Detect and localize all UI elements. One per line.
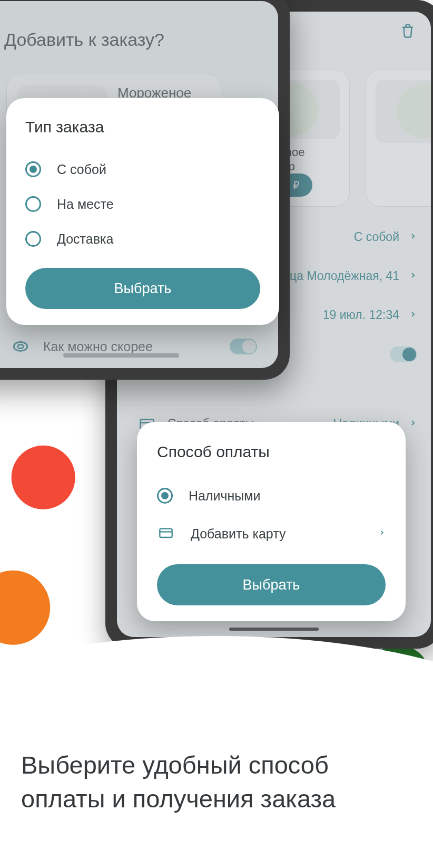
- order-type-value: С собой: [354, 230, 399, 244]
- chevron-right-icon: [409, 271, 417, 282]
- order-type-option-dinein[interactable]: На месте: [25, 187, 260, 221]
- card-icon: [157, 526, 175, 541]
- radio-selected-icon: [157, 488, 173, 504]
- product-card[interactable]: [366, 70, 431, 207]
- chevron-right-icon: [409, 232, 417, 243]
- payment-method-dialog: Способ оплаты Наличными Добавить карту В…: [137, 422, 406, 621]
- option-label: Доставка: [57, 232, 113, 247]
- chevron-right-icon: [409, 419, 417, 429]
- select-button[interactable]: Выбрать: [157, 564, 386, 605]
- home-indicator: [229, 628, 319, 631]
- trash-icon: [400, 23, 416, 41]
- payment-option-cash[interactable]: Наличными: [157, 477, 386, 515]
- order-type-dialog: Тип заказа С собой На месте Доставка Выб…: [6, 98, 279, 325]
- option-label: Наличными: [189, 488, 260, 504]
- radio-unselected-icon: [25, 231, 41, 247]
- dialog-title: Способ оплаты: [157, 443, 386, 461]
- option-label: С собой: [57, 162, 106, 177]
- chevron-right-icon: [409, 310, 417, 321]
- radio-unselected-icon: [25, 196, 41, 212]
- svg-rect-3: [160, 529, 172, 537]
- select-button[interactable]: Выбрать: [25, 268, 260, 309]
- marketing-headline: Выберите удобный способ оплаты и получен…: [21, 748, 412, 815]
- address-value: ца Молодёжная, 41: [290, 268, 399, 284]
- marketing-bottom-sheet: Выберите удобный способ оплаты и получен…: [0, 636, 433, 868]
- dialog-title: Тип заказа: [25, 118, 260, 136]
- toggle-switch[interactable]: [390, 346, 417, 362]
- product-thumbnail: [376, 80, 431, 143]
- datetime-value: 19 июл. 12:34: [323, 308, 399, 322]
- radio-selected-icon: [25, 161, 41, 177]
- delete-order-button[interactable]: [397, 21, 418, 42]
- option-label: На месте: [57, 197, 114, 212]
- home-indicator: [63, 353, 179, 358]
- option-label: Добавить карту: [191, 526, 286, 542]
- chevron-right-icon: [378, 529, 386, 538]
- payment-option-add-card[interactable]: Добавить карту: [157, 515, 386, 553]
- order-type-option-takeaway[interactable]: С собой: [25, 152, 260, 187]
- order-type-option-delivery[interactable]: Доставка: [25, 221, 260, 256]
